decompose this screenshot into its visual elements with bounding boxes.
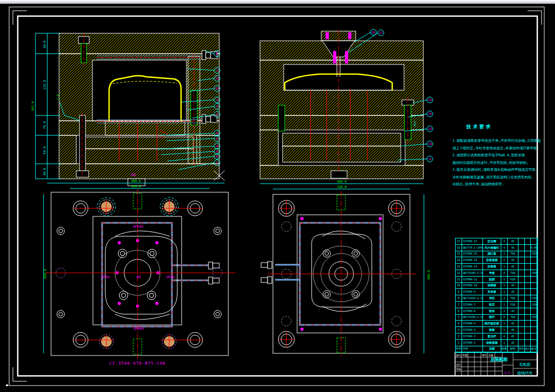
- tech-requirement-line: 冷却水路畅通无渗漏,浇注系统进料口应光滑无伤痕,: [452, 174, 546, 182]
- plan-view-left: SP645 SP645 SP45 SP45 KD 450.0 CI-3540-A…: [43, 189, 235, 366]
- support-bolt: [188, 54, 200, 166]
- bom-cell: JZ7090-14: [462, 257, 483, 264]
- cavity-pocket: [284, 64, 404, 90]
- svg-text:标记: 标记: [456, 353, 462, 357]
- bom-table: 17JZ7090-17定位圈24516GB/T70.1-2000内六角螺钉435…: [455, 238, 538, 353]
- bom-cell: 50-55HRC: [531, 295, 537, 302]
- bom-cell: JZ7090-11: [462, 277, 483, 283]
- cad-drawing-canvas[interactable]: KD 30.0 115.0 75.0 60.0 30.0 341.0 1.0 4…: [0, 0, 555, 392]
- bom-cell: [531, 308, 537, 315]
- bom-cell: 2: [456, 333, 462, 340]
- bom-cell: 2: [501, 308, 508, 315]
- bom-cell: [525, 238, 531, 245]
- bom-cell: 45: [508, 333, 518, 340]
- scale-value: 1:1: [504, 371, 510, 374]
- bom-cell: 浇口套: [483, 251, 501, 258]
- svg-text:4: 4: [216, 144, 218, 148]
- bom-cell: 内六角螺钉: [483, 245, 501, 251]
- bom-cell: 1: [501, 277, 508, 283]
- svg-text:14: 14: [428, 112, 432, 115]
- bolt-size-label: M12: [413, 121, 416, 126]
- bom-cell: 15: [456, 251, 462, 258]
- bom-cell: 序号: [456, 346, 462, 353]
- ejector-plate: [283, 146, 401, 162]
- bom-cell: 45: [508, 283, 518, 289]
- bom-cell: 1: [501, 283, 508, 289]
- bom-cell: 35: [508, 245, 518, 251]
- bom-cell: 1: [501, 289, 508, 295]
- bom-cell: [531, 264, 537, 270]
- spacer-left: [59, 135, 76, 164]
- svg-text:审核: 审核: [456, 368, 462, 371]
- svg-text:450.0: 450.0: [43, 269, 47, 279]
- bom-cell: [518, 264, 525, 270]
- bom-cell: [525, 245, 531, 251]
- drawing-name: 总装配图: [490, 357, 508, 362]
- bom-cell: [518, 295, 525, 302]
- bom-cell: 45: [508, 321, 518, 327]
- bom-cell: 动模座板: [483, 340, 501, 346]
- bom-cell: [525, 270, 531, 277]
- plan-view-right: 400.0: [261, 191, 430, 357]
- svg-text:330.0: 330.0: [131, 184, 141, 188]
- bom-cell: T8A: [508, 295, 518, 302]
- bom-cell: [518, 302, 525, 308]
- svg-text:30.0: 30.0: [42, 40, 46, 48]
- svg-text:9: 9: [429, 157, 431, 161]
- bom-cell: [531, 289, 537, 295]
- svg-text:75.0: 75.0: [42, 121, 46, 129]
- tech-requirement-line: 试模后,清理干净,涂油防锈保管.: [452, 181, 546, 188]
- bom-cell: [518, 327, 525, 333]
- svg-text:SP45: SP45: [101, 275, 110, 279]
- bom-cell: 45: [508, 327, 518, 333]
- bom-cell: 垫块: [483, 308, 501, 315]
- cursor-artifact: [6, 384, 8, 386]
- bom-cell: 材料: [508, 346, 518, 353]
- svg-text:处数: 处数: [463, 353, 468, 357]
- ejector-retainer-plate: [81, 137, 193, 149]
- svg-text:4: 4: [216, 131, 218, 135]
- svg-text:400.0: 400.0: [131, 179, 141, 183]
- bom-cell: [531, 283, 537, 289]
- bom-cell: [525, 257, 531, 264]
- bom-cell: 45: [508, 257, 518, 264]
- bom-cell: JZ7090-13: [462, 264, 483, 270]
- bom-cell: [525, 315, 531, 321]
- bom-cell: JZ7090-6: [462, 308, 483, 315]
- bom-cell: 型腔: [483, 277, 501, 283]
- tech-requirement-line: 2.成型部分表面粗糙度不低于Ra0.4,型腔表面: [452, 152, 546, 159]
- bom-cell: 1: [501, 257, 508, 264]
- bom-cell: 1: [501, 302, 508, 308]
- bom-cell: 备注: [531, 346, 537, 353]
- water-nipple: [261, 262, 272, 284]
- bom-cell: JZ7090-15: [462, 251, 483, 258]
- svg-text:6: 6: [216, 154, 218, 158]
- bom-cell: [525, 251, 531, 258]
- bom-cell: 1: [501, 264, 508, 270]
- bom-cell: 推板: [483, 327, 501, 333]
- ejector-plate: [81, 149, 193, 164]
- title-block: 总装配图 装配图 图纸代号 1:1 标记 处数 签字 日期 设计 审核: [455, 352, 537, 376]
- svg-text:60.0: 60.0: [42, 146, 46, 154]
- bom-cell: 4: [501, 333, 508, 340]
- mold-base-code: CI-3540-A70-B75-C90: [110, 361, 166, 366]
- bom-cell: [525, 333, 531, 340]
- bom-cell: [518, 333, 525, 340]
- side-bolt-left: [278, 105, 285, 131]
- svg-text:16: 16: [371, 30, 376, 34]
- bom-cell: [531, 277, 537, 283]
- bom-cell: GB/T4169.1-2006: [462, 315, 483, 321]
- bom-cell: [525, 321, 531, 327]
- bom-cell: 6: [456, 308, 462, 315]
- bom-cell: [518, 238, 525, 245]
- bom-cell: [525, 327, 531, 333]
- bom-cell: 10.9级: [531, 245, 537, 251]
- bom-cell: 1: [456, 340, 462, 346]
- svg-text:12: 12: [215, 86, 219, 90]
- bom-cell: JZ7090-2: [462, 333, 483, 340]
- bom-cell: 定模板: [483, 264, 501, 270]
- svg-text:11: 11: [215, 76, 219, 80]
- svg-text:SP645: SP645: [133, 326, 144, 331]
- tech-requirement-line: 须上下模对正,导柱导套滑动灵活,各紧固件须拧紧可靠;: [452, 145, 546, 153]
- balloon: 16: [355, 30, 377, 42]
